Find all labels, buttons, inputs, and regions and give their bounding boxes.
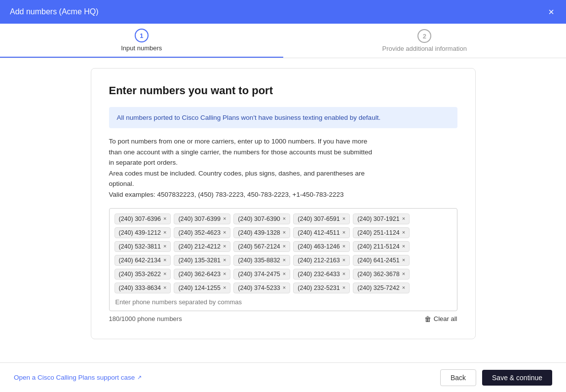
list-item: (240) 307-6390× — [233, 214, 290, 224]
phone-number-tag: (240) 307-6390 — [238, 215, 280, 222]
modal-title: Add numbers (Acme HQ) — [10, 7, 99, 16]
list-item: (240) 232-5231× — [293, 283, 350, 293]
phone-number-tag: (240) 641-2451 — [357, 257, 399, 264]
phone-number-tag: (240) 135-3281 — [178, 257, 220, 264]
remove-tag-button[interactable]: × — [342, 257, 345, 263]
phone-count: 180/1000 phone numbers — [109, 315, 182, 322]
phone-number-tag: (240) 307-6399 — [178, 215, 220, 222]
list-item: (240) 307-6591× — [293, 214, 350, 224]
remove-tag-button[interactable]: × — [223, 230, 226, 235]
phone-number-tag: (240) 307-6396 — [119, 215, 161, 222]
description: To port numbers from one or more carrier… — [109, 136, 457, 200]
phone-number-tag: (240) 463-1246 — [298, 243, 340, 250]
remove-tag-button[interactable]: × — [223, 216, 226, 221]
remove-tag-button[interactable]: × — [163, 257, 166, 263]
step-2[interactable]: 2 Provide additional information — [283, 24, 566, 58]
close-button[interactable]: × — [546, 5, 556, 19]
support-link-label: Open a Cisco Calling Plans support case — [14, 374, 135, 381]
trash-icon: 🗑 — [424, 315, 431, 323]
list-item: (240) 532-3811× — [114, 241, 171, 252]
remove-tag-button[interactable]: × — [402, 285, 405, 290]
phone-number-tag: (240) 307-6591 — [298, 215, 340, 222]
remove-tag-button[interactable]: × — [283, 216, 286, 221]
phone-number-tag: (240) 439-1328 — [238, 229, 280, 236]
list-item: (240) 642-2134× — [114, 255, 171, 266]
remove-tag-button[interactable]: × — [163, 271, 166, 277]
remove-tag-button[interactable]: × — [223, 244, 226, 249]
list-item: (240) 232-6433× — [293, 269, 350, 280]
list-item: (240) 124-1255× — [174, 283, 230, 293]
list-item: (240) 374-2475× — [233, 269, 290, 280]
remove-tag-button[interactable]: × — [223, 257, 226, 263]
remove-tag-button[interactable]: × — [223, 285, 226, 290]
remove-tag-button[interactable]: × — [342, 271, 345, 277]
remove-tag-button[interactable]: × — [342, 244, 345, 249]
remove-tag-button[interactable]: × — [402, 271, 405, 277]
remove-tag-button[interactable]: × — [283, 285, 286, 290]
list-item: (240) 353-2622× — [114, 269, 171, 280]
remove-tag-button[interactable]: × — [342, 285, 345, 290]
list-item: (240) 335-8832× — [233, 255, 290, 266]
phone-number-tag: (240) 353-2622 — [119, 271, 161, 278]
phone-number-tag: (240) 333-8634 — [119, 285, 161, 291]
list-item: (240) 439-1328× — [233, 227, 290, 238]
phone-number-tag: (240) 352-4623 — [178, 229, 220, 236]
phone-number-tag: (240) 307-1921 — [357, 215, 399, 222]
remove-tag-button[interactable]: × — [223, 271, 226, 277]
remove-tag-button[interactable]: × — [283, 271, 286, 277]
list-item: (240) 307-6399× — [174, 214, 230, 224]
list-item: (240) 307-1921× — [353, 214, 410, 224]
phone-number-tag: (240) 211-5124 — [357, 243, 399, 250]
modal-body: Enter numbers you want to port All numbe… — [0, 58, 566, 362]
modal-footer: Open a Cisco Calling Plans support case … — [0, 362, 566, 392]
clear-all-button[interactable]: 🗑 Clear all — [424, 315, 457, 323]
list-item: (240) 412-4511× — [293, 227, 350, 238]
modal-container: Add numbers (Acme HQ) × 1 Input numbers … — [0, 0, 566, 392]
phone-number-input[interactable] — [114, 296, 452, 308]
phone-number-tag: (240) 325-7242 — [357, 285, 399, 291]
save-continue-button[interactable]: Save & continue — [482, 370, 552, 386]
phone-number-tag: (240) 251-1124 — [357, 229, 399, 236]
list-item: (240) 463-1246× — [293, 241, 350, 252]
phone-number-tag: (240) 374-5233 — [238, 285, 280, 291]
step-1-label: Input numbers — [121, 44, 162, 52]
remove-tag-button[interactable]: × — [342, 230, 345, 235]
phone-tags-area[interactable]: (240) 307-6396×(240) 307-6399×(240) 307-… — [109, 208, 457, 311]
remove-tag-button[interactable]: × — [283, 244, 286, 249]
phone-number-tag: (240) 374-2475 — [238, 271, 280, 278]
remove-tag-button[interactable]: × — [283, 257, 286, 263]
list-item: (240) 251-1124× — [353, 227, 410, 238]
clear-all-label: Clear all — [434, 315, 457, 322]
phone-number-tag: (240) 362-3678 — [357, 271, 399, 278]
phone-number-tag: (240) 212-4212 — [178, 243, 220, 250]
remove-tag-button[interactable]: × — [342, 216, 345, 221]
remove-tag-button[interactable]: × — [283, 230, 286, 235]
phone-number-tag: (240) 439-1212 — [119, 229, 161, 236]
list-item: (240) 212-2163× — [293, 255, 350, 266]
step-1[interactable]: 1 Input numbers — [0, 24, 283, 58]
list-item: (240) 362-6423× — [174, 269, 230, 280]
content-card: Enter numbers you want to port All numbe… — [91, 68, 476, 339]
phone-number-tag: (240) 124-1255 — [178, 285, 220, 291]
list-item: (240) 374-5233× — [233, 283, 290, 293]
remove-tag-button[interactable]: × — [163, 216, 166, 221]
phone-number-tag: (240) 335-8832 — [238, 257, 280, 264]
phone-count-row: 180/1000 phone numbers 🗑 Clear all — [109, 315, 457, 323]
list-item: (240) 211-5124× — [353, 241, 410, 252]
remove-tag-button[interactable]: × — [163, 285, 166, 290]
remove-tag-button[interactable]: × — [402, 257, 405, 263]
list-item: (240) 135-3281× — [174, 255, 230, 266]
remove-tag-button[interactable]: × — [402, 244, 405, 249]
support-link[interactable]: Open a Cisco Calling Plans support case … — [14, 374, 142, 381]
back-button[interactable]: Back — [440, 369, 476, 386]
remove-tag-button[interactable]: × — [402, 230, 405, 235]
remove-tag-button[interactable]: × — [402, 216, 405, 221]
info-banner: All numbers ported to Cisco Calling Plan… — [109, 107, 457, 128]
step-2-circle: 2 — [417, 29, 431, 43]
phone-number-tag: (240) 232-5231 — [298, 285, 340, 291]
remove-tag-button[interactable]: × — [163, 230, 166, 235]
remove-tag-button[interactable]: × — [163, 244, 166, 249]
list-item: (240) 362-3678× — [353, 269, 410, 280]
phone-number-tag: (240) 232-6433 — [298, 271, 340, 278]
list-item: (240) 567-2124× — [233, 241, 290, 252]
